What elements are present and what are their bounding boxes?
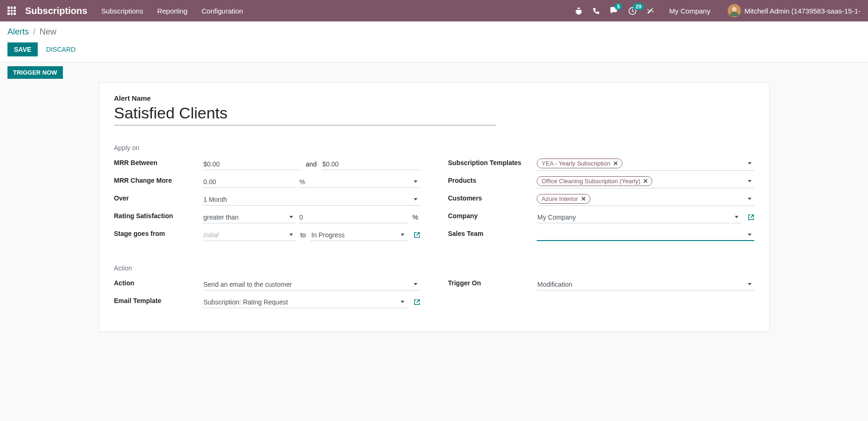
phone-icon[interactable] xyxy=(593,7,600,14)
caret-down-icon xyxy=(414,180,417,183)
over-select[interactable]: 1 Month xyxy=(203,194,420,206)
label-stage: Stage goes from xyxy=(114,228,203,237)
breadcrumb-sep: / xyxy=(33,27,35,36)
tag-sub-template: YEA - Yearly Subscription✕ xyxy=(537,159,622,168)
alert-name-input[interactable] xyxy=(114,103,496,125)
label-company: Company xyxy=(448,210,537,220)
caret-down-icon xyxy=(748,180,752,182)
user-menu[interactable]: Mitchell Admin (14739583-saas-15-1- xyxy=(728,4,861,17)
caret-down-icon xyxy=(289,216,293,218)
label-products: Products xyxy=(448,175,537,184)
label-mrr-change: MRR Change More xyxy=(114,175,203,184)
label-over: Over xyxy=(114,193,203,202)
close-icon[interactable]: ✕ xyxy=(613,160,618,167)
discard-button[interactable]: DISCARD xyxy=(40,42,82,56)
external-link-icon[interactable] xyxy=(414,232,420,238)
mrr-from-input[interactable] xyxy=(203,159,301,170)
stage-from-select[interactable] xyxy=(203,229,296,241)
sales-team-input[interactable] xyxy=(537,229,748,240)
external-link-icon[interactable] xyxy=(748,214,754,221)
label-customers: Customers xyxy=(448,193,537,202)
navbar: Subscriptions Subscriptions Reporting Co… xyxy=(0,0,868,21)
section-action: Action xyxy=(114,264,754,272)
close-icon[interactable]: ✕ xyxy=(581,195,586,202)
nav-configuration[interactable]: Configuration xyxy=(201,7,243,15)
save-button[interactable]: SAVE xyxy=(7,42,38,56)
external-link-icon[interactable] xyxy=(414,299,420,305)
rating-value-input[interactable] xyxy=(299,212,408,223)
email-template-select[interactable]: Subscription: Rating Request xyxy=(203,297,407,308)
caret-down-icon xyxy=(748,162,752,165)
customers-field[interactable]: Azure Interior✕ xyxy=(537,193,754,206)
activities-badge: 29 xyxy=(633,3,643,10)
sales-team-select[interactable] xyxy=(537,229,754,241)
caret-down-icon xyxy=(735,216,738,218)
breadcrumb-parent[interactable]: Alerts xyxy=(7,27,29,36)
navbar-right: 5 29 My Company Mitchell Admin (14739583… xyxy=(575,4,861,17)
trigger-on-select[interactable]: Modification xyxy=(537,279,754,290)
tag-product: Office Cleaning Subscription (Yearly)✕ xyxy=(537,176,653,186)
mrr-to-input[interactable] xyxy=(321,159,420,170)
action-select[interactable]: Send an email to the customer xyxy=(203,279,420,290)
messages-badge: 5 xyxy=(615,3,622,10)
caret-down-icon xyxy=(289,234,293,236)
rating-unit: % xyxy=(410,214,420,221)
caret-down-icon xyxy=(748,234,752,236)
caret-down-icon xyxy=(401,301,404,303)
label-mrr-between: MRR Between xyxy=(114,157,203,166)
user-name: Mitchell Admin (14739583-saas-15-1- xyxy=(745,7,861,15)
label-action: Action xyxy=(114,277,203,287)
avatar xyxy=(728,4,741,17)
caret-down-icon xyxy=(414,198,417,200)
apps-menu-icon[interactable] xyxy=(7,7,16,15)
messages-icon[interactable]: 5 xyxy=(610,7,618,14)
breadcrumb: Alerts / New xyxy=(7,27,861,37)
caret-down-icon xyxy=(748,283,752,285)
close-icon[interactable]: ✕ xyxy=(643,178,648,185)
mrr-and-label: and xyxy=(304,160,318,168)
company-select[interactable]: My Company xyxy=(537,212,741,223)
nav-links: Subscriptions Reporting Configuration xyxy=(101,7,243,15)
app-brand[interactable]: Subscriptions xyxy=(25,6,87,16)
stage-to-label: to xyxy=(299,231,308,239)
company-selector[interactable]: My Company xyxy=(669,7,710,15)
label-email-template: Email Template xyxy=(114,295,203,304)
nav-reporting[interactable]: Reporting xyxy=(157,7,187,15)
tools-icon[interactable] xyxy=(647,7,654,14)
label-sales-team: Sales Team xyxy=(448,228,537,237)
label-sub-templates: Subscription Templates xyxy=(448,157,537,166)
control-panel: Alerts / New SAVE DISCARD xyxy=(0,21,868,62)
alert-name-label: Alert Name xyxy=(114,94,754,102)
section-apply-on: Apply on xyxy=(114,144,754,152)
mrr-change-input[interactable] xyxy=(203,176,296,188)
label-rating: Rating Satisfaction xyxy=(114,210,203,220)
svg-point-2 xyxy=(732,7,737,12)
breadcrumb-current: New xyxy=(40,27,56,36)
caret-down-icon xyxy=(401,234,404,236)
stage-to-select[interactable]: In Progress xyxy=(310,229,407,241)
nav-subscriptions[interactable]: Subscriptions xyxy=(101,7,143,15)
activities-icon[interactable]: 29 xyxy=(629,7,636,15)
statusbar: TRIGGER NOW xyxy=(0,62,868,83)
products-field[interactable]: Office Cleaning Subscription (Yearly)✕ xyxy=(537,175,754,188)
caret-down-icon xyxy=(748,198,752,200)
mrr-change-unit-select[interactable]: % xyxy=(299,176,420,188)
trigger-now-button[interactable]: TRIGGER NOW xyxy=(7,66,63,79)
tag-customer: Azure Interior✕ xyxy=(537,194,590,204)
sub-templates-field[interactable]: YEA - Yearly Subscription✕ xyxy=(537,158,754,171)
caret-down-icon xyxy=(414,283,417,285)
rating-op-select[interactable]: greater than xyxy=(203,212,296,223)
label-trigger-on: Trigger On xyxy=(448,277,537,287)
form-sheet: Alert Name Apply on MRR Between and MRR … xyxy=(99,83,770,332)
bug-icon[interactable] xyxy=(575,7,582,14)
